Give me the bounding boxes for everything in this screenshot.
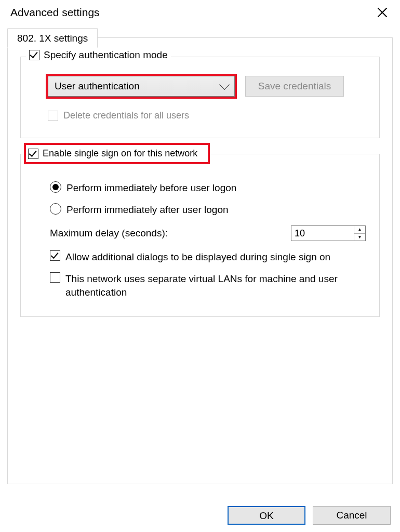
checkbox-separate-vlan-label: This network uses separate virtual LANs … bbox=[65, 272, 346, 299]
delete-credentials-label: Delete credentials for all users bbox=[63, 110, 189, 121]
tab-8021x-settings[interactable]: 802. 1X settings bbox=[7, 28, 98, 48]
max-delay-stepper[interactable]: ▲ ▼ bbox=[291, 225, 366, 241]
radio-before-logon[interactable] bbox=[50, 181, 61, 193]
close-icon[interactable] bbox=[375, 5, 390, 20]
checkbox-enable-sso[interactable] bbox=[28, 149, 38, 159]
checkbox-allow-dialogs[interactable] bbox=[50, 250, 60, 261]
chevron-down-icon bbox=[219, 79, 230, 90]
group-auth-mode: Specify authentication mode User authent… bbox=[20, 57, 380, 138]
cancel-button[interactable]: Cancel bbox=[313, 506, 391, 525]
auth-mode-select[interactable]: User authentication bbox=[48, 76, 235, 97]
ok-button[interactable]: OK bbox=[228, 506, 305, 525]
max-delay-label: Maximum delay (seconds): bbox=[50, 228, 168, 239]
checkbox-allow-dialogs-label: Allow additional dialogs to be displayed… bbox=[65, 250, 330, 264]
save-credentials-button[interactable]: Save credentials bbox=[245, 76, 344, 97]
radio-after-logon[interactable] bbox=[50, 203, 61, 215]
stepper-up-icon[interactable]: ▲ bbox=[354, 226, 365, 234]
checkbox-delete-credentials bbox=[48, 111, 58, 121]
radio-after-logon-label: Perform immediately after user logon bbox=[66, 203, 229, 217]
checkbox-specify-auth-mode[interactable] bbox=[29, 50, 39, 60]
radio-before-logon-label: Perform immediately before user logon bbox=[66, 181, 236, 195]
group-sso-label: Enable single sign on for this network bbox=[43, 148, 197, 159]
group-sso: Enable single sign on for this network P… bbox=[20, 154, 380, 317]
window-title: Advanced settings bbox=[10, 6, 100, 19]
auth-mode-selected-value: User authentication bbox=[55, 81, 140, 92]
stepper-down-icon[interactable]: ▼ bbox=[354, 234, 365, 241]
checkbox-separate-vlan[interactable] bbox=[50, 272, 60, 283]
tab-panel: Specify authentication mode User authent… bbox=[7, 37, 393, 484]
group-auth-mode-label: Specify authentication mode bbox=[44, 49, 168, 61]
max-delay-input[interactable] bbox=[291, 226, 354, 241]
